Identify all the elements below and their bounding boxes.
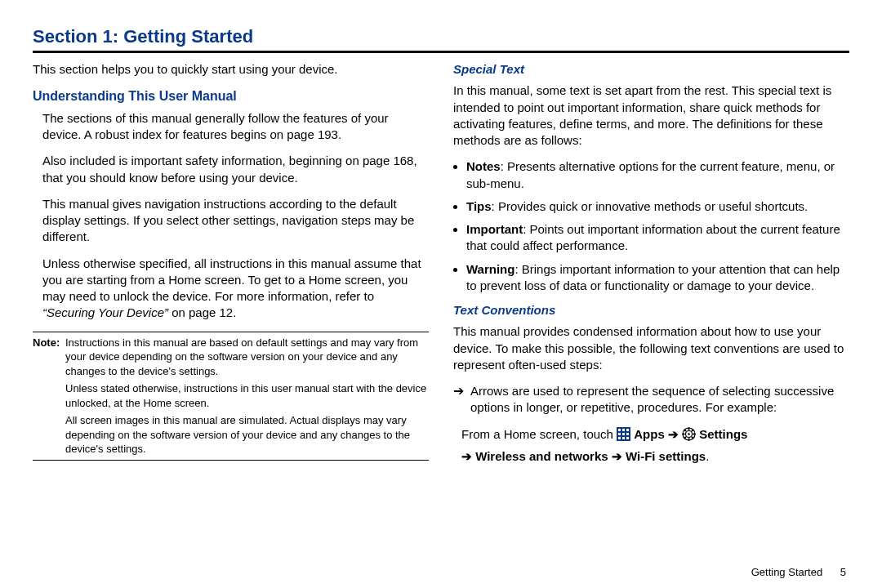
svg-rect-12 [688, 438, 690, 440]
svg-point-20 [688, 433, 690, 435]
svg-rect-18 [691, 436, 694, 439]
bullet-lead-warning: Warning [466, 262, 514, 276]
svg-rect-6 [626, 433, 629, 435]
arrow-3: ➔ [612, 449, 622, 463]
arrow-text: Arrows are used to represent the sequenc… [470, 383, 849, 416]
text-conventions-para: This manual provides condensed informati… [453, 323, 849, 373]
page-footer: Getting Started 5 [751, 566, 846, 578]
settings-gear-icon [682, 427, 696, 447]
wifi-label: Wi-Fi settings [626, 449, 706, 463]
svg-rect-14 [693, 433, 696, 434]
svg-rect-11 [688, 427, 690, 430]
apps-label: Apps [634, 427, 665, 441]
svg-rect-2 [622, 429, 625, 431]
svg-rect-4 [618, 433, 621, 435]
note-row-3: All screen images in this manual are sim… [33, 413, 429, 457]
page-number: 5 [840, 566, 846, 578]
svg-rect-15 [691, 429, 694, 432]
two-column-layout: This section helps you to quickly start … [33, 61, 849, 468]
arrow-icon: ➔ [453, 383, 464, 416]
para-navigation: This manual gives navigation instruction… [42, 196, 429, 246]
para-homescreen-a: Unless otherwise specified, all instruct… [42, 256, 421, 304]
bullet-important: Important: Points out important informat… [466, 221, 849, 255]
note-row-2: Unless stated otherwise, instructions in… [33, 381, 429, 410]
example-sequence: From a Home screen, touch [461, 425, 849, 466]
settings-label: Settings [699, 427, 747, 441]
bullet-tips: Tips: Provides quick or innovative metho… [466, 198, 849, 215]
svg-rect-8 [622, 437, 625, 439]
note-text-2: Unless stated otherwise, instructions in… [65, 381, 429, 410]
svg-rect-5 [622, 433, 625, 435]
special-text-list: Notes: Presents alternative options for … [453, 158, 849, 294]
bullet-text-notes: : Presents alternative options for the c… [466, 159, 835, 189]
bullet-lead-notes: Notes [466, 159, 501, 173]
note-block: Note: Instructions in this manual are ba… [33, 332, 429, 461]
apps-grid-icon [617, 427, 630, 447]
example-prefix: From a Home screen, touch [461, 427, 617, 441]
para-homescreen: Unless otherwise specified, all instruct… [42, 256, 429, 322]
note-text-3: All screen images in this manual are sim… [65, 413, 429, 457]
heading-text-conventions: Text Conventions [453, 302, 849, 318]
page: Section 1: Getting Started This section … [0, 0, 882, 588]
svg-rect-17 [684, 429, 687, 432]
svg-rect-16 [684, 436, 687, 439]
bullet-text-warning: : Brings important information to your a… [466, 262, 840, 292]
note-spacer [33, 381, 60, 410]
divider-top [33, 51, 849, 53]
bullet-lead-tips: Tips [466, 199, 492, 213]
footer-text: Getting Started [751, 566, 822, 578]
section-title: Section 1: Getting Started [33, 26, 849, 47]
svg-rect-9 [626, 437, 629, 439]
note-label: Note: [33, 336, 60, 379]
bullet-warning: Warning: Brings important information to… [466, 261, 849, 295]
svg-rect-13 [683, 433, 685, 434]
arrow-1: ➔ [668, 427, 679, 441]
svg-rect-1 [618, 429, 621, 431]
special-text-para: In this manual, some text is set apart f… [453, 82, 849, 149]
right-column: Special Text In this manual, some text i… [453, 61, 849, 468]
note-spacer-2 [33, 413, 60, 457]
heading-understanding: Understanding This User Manual [33, 87, 429, 105]
heading-special-text: Special Text [453, 61, 849, 78]
svg-rect-3 [626, 429, 629, 431]
bullet-lead-important: Important [466, 222, 523, 236]
para-features: The sections of this manual generally fo… [42, 110, 429, 144]
note-divider-bottom [33, 460, 429, 461]
note-text-1: Instructions in this manual are based on… [65, 336, 429, 379]
example-period: . [706, 449, 709, 463]
bullet-text-important: : Points out important information about… [466, 222, 840, 252]
ref-securing: “Securing Your Device” [42, 305, 168, 319]
note-row-1: Note: Instructions in this manual are ba… [33, 336, 429, 379]
para-safety: Also included is important safety inform… [42, 153, 429, 186]
arrow-2: ➔ [461, 449, 472, 463]
svg-rect-7 [618, 437, 621, 439]
left-column: This section helps you to quickly start … [33, 61, 429, 468]
arrow-item: ➔ Arrows are used to represent the seque… [453, 383, 849, 416]
para-homescreen-b: on page 12. [168, 305, 236, 319]
bullet-text-tips: : Provides quick or innovative methods o… [492, 199, 808, 213]
bullet-notes: Notes: Presents alternative options for … [466, 158, 849, 192]
wireless-label: Wireless and networks [475, 449, 608, 463]
note-divider-top [33, 332, 429, 332]
intro-text: This section helps you to quickly start … [33, 61, 429, 78]
